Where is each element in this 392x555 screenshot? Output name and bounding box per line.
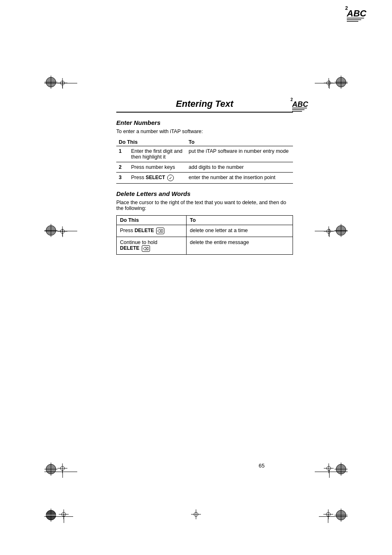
- svg-text:ABC: ABC: [346, 8, 367, 18]
- delete-row2-to: delete the entire message: [187, 237, 293, 255]
- v-line-bot-right: [329, 470, 330, 478]
- table-row: 2 Press number keys add digits to the nu…: [116, 162, 293, 173]
- page-title: Entering Text: [116, 99, 293, 113]
- delete-letters-heading: Delete Letters and Words: [116, 190, 293, 197]
- svg-text:2: 2: [291, 97, 293, 102]
- v-line-mid-right: [329, 229, 330, 237]
- table-row: 1 Enter the first digit and then highlig…: [116, 146, 293, 162]
- page: ABC 2: [0, 0, 392, 555]
- h-line-top-left: [44, 83, 77, 83]
- table-row: Continue to hold DELETE ⌫ delete the ent…: [117, 237, 293, 255]
- delete-row1-to: delete one letter at a time: [187, 225, 293, 237]
- v-line-bottom-row-right: [328, 514, 328, 523]
- row3-num: 3: [116, 173, 129, 184]
- v-line-bot-left: [62, 470, 63, 478]
- h-line-bottom-row-left: [44, 516, 73, 517]
- row1-num: 1: [116, 146, 129, 162]
- row2-to: add digits to the number: [186, 162, 293, 173]
- v-line-top-left: [62, 81, 63, 89]
- h-line-bot-left: [44, 472, 77, 472]
- v-line-mid-left: [62, 229, 63, 237]
- enter-numbers-intro: To enter a number with iTAP software:: [116, 129, 293, 134]
- select-symbol: ✓: [167, 175, 174, 181]
- reg-mark-bot-right-inner: [324, 463, 334, 474]
- reg-mark-bottom-row-right2: [334, 509, 348, 523]
- delete-symbol-1: ⌫: [156, 228, 164, 234]
- svg-text:ABC: ABC: [292, 100, 309, 108]
- page-number: 65: [259, 463, 265, 469]
- reg-mark-top-right-inner: [324, 78, 334, 89]
- reg-mark-bottom-row-right1: [323, 509, 333, 520]
- delete-letters-table: Do This To Press DELETE ⌫ delete one let…: [116, 215, 293, 255]
- title-row: Entering Text ABC 2: [116, 99, 293, 114]
- content-area: Entering Text ABC 2 Enter Numbers To ent…: [116, 99, 293, 255]
- delete-letters-section: Delete Letters and Words Place the curso…: [116, 190, 293, 255]
- reg-mark-bottom-center: [191, 509, 201, 520]
- top-logo: ABC 2: [343, 3, 367, 24]
- table-row: Press DELETE ⌫ delete one letter at a ti…: [117, 225, 293, 237]
- v-line-bottom-row-left: [64, 514, 64, 523]
- delete-code-1: DELETE: [134, 228, 154, 233]
- h-line-top-right: [315, 83, 348, 83]
- table-row: 3 Press SELECT ✓ enter the number at the…: [116, 173, 293, 184]
- svg-text:2: 2: [345, 5, 348, 11]
- row1-to: put the iTAP software in number entry mo…: [186, 146, 293, 162]
- delete-symbol-2: ⌫: [142, 245, 150, 252]
- v-line-top-right: [329, 81, 330, 89]
- select-code: SELECT: [145, 175, 165, 180]
- h-line-mid-left: [44, 231, 77, 231]
- reg-mark-bottom-row-left1: [44, 509, 58, 523]
- delete-row2-do: Continue to hold DELETE ⌫: [117, 237, 187, 255]
- h-line-mid-right: [315, 231, 348, 231]
- row2-do: Press number keys: [129, 162, 186, 173]
- delete-col-to-header: To: [187, 216, 293, 225]
- reg-mark-bot-left-outer: [44, 463, 58, 477]
- row3-to: enter the number at the insertion point: [186, 173, 293, 184]
- title-abc-icon: ABC 2: [289, 95, 309, 114]
- delete-code-2: DELETE: [120, 245, 139, 251]
- delete-row1-do: Press DELETE ⌫: [117, 225, 187, 237]
- row3-do: Press SELECT ✓: [129, 173, 186, 184]
- reg-mark-mid-right-inner: [324, 226, 334, 237]
- row2-num: 2: [116, 162, 129, 173]
- delete-letters-intro: Place the cursor to the right of the tex…: [116, 200, 293, 211]
- delete-col-do-header: Do This: [117, 216, 187, 225]
- enter-numbers-section: Enter Numbers To enter a number with iTA…: [116, 119, 293, 184]
- enter-numbers-heading: Enter Numbers: [116, 119, 293, 126]
- h-line-bottom-row-right: [319, 516, 348, 517]
- row1-do: Enter the first digit and then highlight…: [129, 146, 186, 162]
- enter-numbers-table: Do This To 1 Enter the first digit and t…: [116, 138, 293, 184]
- h-line-bot-right: [315, 472, 348, 472]
- col-do-this-header: Do This: [116, 138, 186, 146]
- reg-mark-bot-right-outer: [334, 463, 348, 477]
- col-to-header: To: [186, 138, 293, 146]
